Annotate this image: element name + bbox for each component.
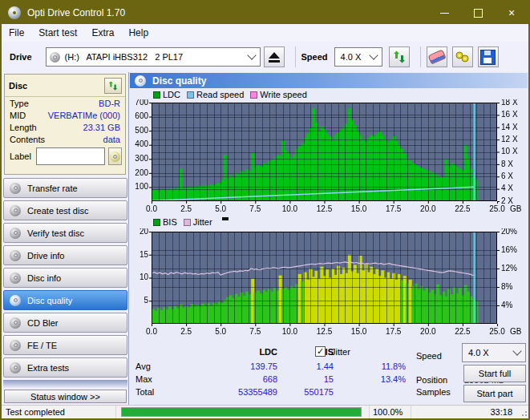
disc-info-panel: Disc TypeBD-R MIDVERBATIMe (000) Length2… (4, 74, 126, 175)
ldc-chart-canvas (130, 99, 527, 216)
drive-icon (50, 52, 60, 63)
sidebar-item-label: Disc info (27, 273, 61, 283)
progress-percent: 100.0% (370, 406, 411, 418)
drive-select[interactable]: (H:) ATAPI iHBS312 2 PL17 (46, 47, 261, 67)
bis-swatch-icon (153, 219, 160, 226)
chevron-down-icon (247, 50, 256, 59)
toolbar-separator (295, 46, 296, 67)
disc-contents-label: Contents (10, 135, 45, 144)
stats-row-label: Total (136, 387, 154, 397)
disc-panel-title: Disc (9, 81, 27, 91)
disc-icon (10, 183, 21, 194)
sidebar-item-fe-te[interactable]: FE / TE (3, 335, 127, 355)
bis-jitter-chart-canvas (130, 228, 527, 339)
app-disc-icon (8, 6, 21, 19)
legend-label: BIS (163, 217, 177, 227)
sidebar-item-label: Verify test disc (27, 228, 84, 238)
sidebar-item-disc-info[interactable]: Disc info (3, 268, 127, 288)
speed-label: Speed (301, 52, 328, 62)
app-window: Opti Drive Control 1.70 × File Start tes… (0, 0, 530, 420)
disc-icon (135, 75, 146, 87)
eject-icon (269, 52, 280, 63)
disc-mid-label: MID (10, 111, 26, 120)
sidebar-item-drive-info[interactable]: Drive info (3, 245, 127, 265)
legend-label: Read speed (196, 90, 244, 99)
bis-jitter-chart-legend: BIS Jitter (153, 217, 229, 227)
disc-refresh-button[interactable] (104, 78, 122, 94)
legend-label: Write speed (260, 90, 307, 99)
disc-icon (10, 340, 21, 351)
sidebar-item-create-test-disc[interactable]: Create test disc (3, 200, 127, 220)
sidebar-item-cd-bler[interactable]: CD Bler (3, 313, 127, 333)
menu-extra[interactable]: Extra (84, 24, 121, 42)
menu-file[interactable]: File (2, 24, 31, 42)
sidebar-item-disc-quality[interactable]: Disc quality (3, 290, 127, 310)
title-bar[interactable]: Opti Drive Control 1.70 × (2, 2, 528, 24)
speed-select-value: 4.0 X (341, 52, 362, 62)
jitter-checkbox[interactable]: ✓ (315, 346, 326, 357)
position-stat-label: Position (416, 375, 447, 385)
speed-stat-label: Speed (416, 351, 442, 361)
maximize-button[interactable] (461, 2, 495, 24)
refresh-arrows-icon (393, 50, 406, 63)
progress-bar (121, 407, 362, 417)
disc-icon (10, 273, 21, 284)
jitter-swatch-icon (184, 219, 191, 226)
toolbar-separator (420, 46, 421, 67)
minimize-button[interactable] (427, 2, 461, 24)
disc-icon (10, 295, 21, 306)
drive-select-value: (H:) ATAPI iHBS312 2 PL17 (65, 52, 184, 62)
sidebar-item-verify-test-disc[interactable]: Verify test disc (3, 223, 127, 243)
status-text: Test completed (2, 406, 116, 418)
test-speed-select[interactable]: 4.0 X (462, 343, 526, 362)
chevron-down-icon (369, 50, 378, 59)
disc-quality-panel: Disc quality LDC Read speed Write speed … (128, 72, 528, 405)
disc-type-value: BD-R (99, 99, 120, 108)
disc-mid-value: VERBATIMe (000) (48, 111, 120, 120)
max-bis-value: 15 (289, 374, 334, 384)
sidebar-divider (3, 380, 127, 388)
panel-header: Disc quality (130, 73, 528, 88)
speed-select[interactable]: 4.0 X (334, 47, 382, 67)
sidebar-item-label: FE / TE (27, 341, 57, 350)
sidebar-item-extra-tests[interactable]: Extra tests (3, 357, 127, 378)
drive-toolbar: Drive (H:) ATAPI iHBS312 2 PL17 Speed 4.… (2, 42, 528, 72)
disc-label-input[interactable] (36, 147, 105, 165)
menu-help[interactable]: Help (121, 24, 156, 42)
disc-length-value: 23.31 GB (83, 123, 120, 132)
cd-icon (110, 151, 120, 162)
elapsed-time: 33:18 (411, 406, 519, 418)
avg-ldc-value: 139.75 (209, 361, 277, 371)
max-ldc-value: 668 (209, 374, 277, 384)
refresh-arrows-icon (108, 81, 118, 91)
sidebar-item-label: Create test disc (27, 206, 88, 216)
erase-button[interactable] (427, 46, 447, 67)
ldc-chart-legend: LDC Read speed Write speed (153, 90, 314, 99)
sidebar-item-label: Extra tests (27, 363, 69, 373)
close-button[interactable]: × (495, 2, 528, 24)
sidebar-item-transfer-rate[interactable]: Transfer rate (3, 178, 127, 198)
disc-type-label: Type (10, 99, 29, 108)
refresh-button[interactable] (389, 46, 410, 67)
total-bis-value: 550175 (289, 387, 334, 397)
start-part-button[interactable]: Start part (463, 385, 526, 402)
status-window-button[interactable]: Status window >> (4, 390, 127, 403)
close-icon: × (508, 7, 515, 18)
disc-icon (10, 362, 21, 374)
disc-label-button[interactable] (108, 147, 122, 165)
legend-marker (222, 217, 229, 220)
start-full-button[interactable]: Start full (463, 365, 526, 382)
save-button[interactable] (478, 46, 499, 67)
stats-row-label: Max (136, 374, 152, 384)
jitter-checkbox-label: Jitter (331, 347, 350, 357)
menu-start-test[interactable]: Start test (31, 24, 84, 42)
disc-length-label: Length (10, 123, 37, 132)
options-button[interactable] (452, 46, 473, 67)
menu-bar: File Start test Extra Help (2, 24, 528, 42)
eject-button[interactable] (264, 46, 285, 67)
minimize-icon (440, 13, 449, 14)
ldc-swatch-icon (153, 91, 160, 99)
resize-grip[interactable] (519, 408, 527, 416)
legend-label: Jitter (193, 217, 212, 227)
write-speed-swatch-icon (250, 91, 257, 99)
